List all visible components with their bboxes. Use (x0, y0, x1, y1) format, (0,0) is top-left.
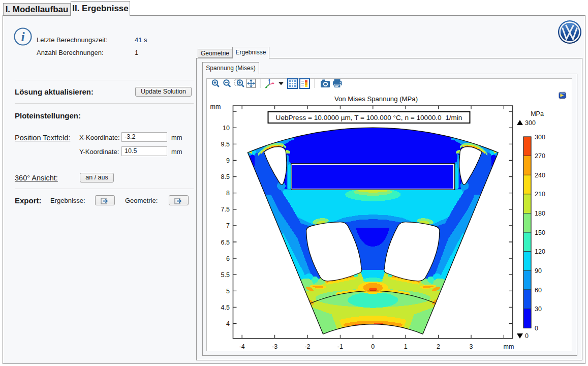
svg-text:i: i (21, 29, 25, 44)
svg-text:-4: -4 (239, 343, 245, 350)
svg-text:mm: mm (210, 103, 221, 110)
svg-text:120: 120 (535, 248, 545, 255)
svg-text:9.5: 9.5 (221, 141, 230, 148)
svg-text:4: 4 (226, 320, 230, 327)
svg-text:60: 60 (535, 287, 542, 294)
svg-text:8: 8 (226, 190, 230, 197)
svg-text:2: 2 (437, 343, 440, 350)
svg-text:0: 0 (525, 332, 529, 340)
svg-text:0: 0 (535, 325, 538, 332)
svg-text:5: 5 (226, 288, 230, 295)
svg-text:8.5: 8.5 (221, 173, 230, 180)
svg-text:300: 300 (535, 134, 545, 141)
svg-text:7.5: 7.5 (221, 206, 230, 213)
svg-text:9: 9 (226, 157, 230, 164)
svg-text:-3: -3 (272, 343, 277, 350)
svg-text:6.5: 6.5 (221, 239, 230, 246)
svg-text:-1: -1 (337, 343, 343, 350)
svg-text:150: 150 (535, 229, 545, 236)
svg-text:30: 30 (535, 306, 542, 313)
svg-text:180: 180 (535, 210, 545, 217)
svg-text:6: 6 (226, 255, 230, 262)
svg-text:240: 240 (535, 172, 545, 179)
svg-text:90: 90 (535, 267, 542, 274)
svg-text:7: 7 (226, 222, 230, 229)
svg-text:5.5: 5.5 (221, 271, 230, 279)
svg-text:MPa: MPa (531, 110, 544, 117)
svg-text:300: 300 (525, 119, 536, 127)
svg-text:3: 3 (470, 343, 473, 350)
svg-text:1: 1 (404, 343, 408, 350)
svg-text:UebPress = 10.0000 µm, T = 100: UebPress = 10.0000 µm, T = 100.000 °C, n… (276, 114, 462, 121)
svg-text:0: 0 (371, 343, 375, 350)
svg-text:10: 10 (223, 125, 230, 132)
svg-text:210: 210 (535, 191, 545, 198)
svg-text:Von Mises Spannung (MPa): Von Mises Spannung (MPa) (334, 95, 418, 103)
svg-text:mm: mm (504, 343, 514, 350)
svg-text:4.5: 4.5 (221, 304, 230, 311)
svg-text:270: 270 (535, 152, 545, 160)
svg-text:-2: -2 (304, 343, 310, 350)
